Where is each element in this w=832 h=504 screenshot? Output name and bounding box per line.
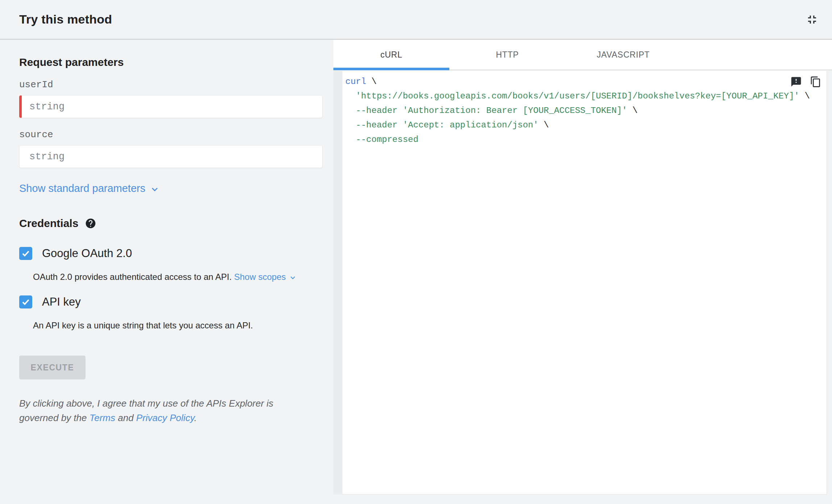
code-sample-panel: cURL HTTP JAVASCRIPT curl \ 'https://boo… bbox=[333, 40, 832, 504]
tab-curl-label: cURL bbox=[380, 50, 403, 60]
oauth-description-text: OAuth 2.0 provides authenticated access … bbox=[33, 272, 234, 282]
panel-gutter bbox=[333, 71, 342, 495]
fullscreen-exit-icon[interactable] bbox=[805, 13, 819, 26]
check-icon bbox=[21, 249, 30, 258]
tab-javascript[interactable]: JAVASCRIPT bbox=[565, 40, 681, 70]
code-command: curl bbox=[345, 77, 366, 87]
terms-text: By clicking above, I agree that my use o… bbox=[19, 396, 278, 425]
code-url-string: 'https://books.googleapis.com/books/v1/u… bbox=[345, 91, 799, 101]
apikey-label: API key bbox=[42, 295, 81, 308]
code-line: --header 'Accept: application/json' \ bbox=[345, 118, 827, 133]
code-block: curl \ 'https://books.googleapis.com/boo… bbox=[342, 71, 827, 495]
chevron-down-icon bbox=[289, 274, 297, 282]
terms-text-3: . bbox=[194, 412, 197, 423]
copy-icon[interactable] bbox=[810, 76, 821, 88]
show-scopes-link[interactable]: Show scopes bbox=[234, 272, 297, 282]
source-label: source bbox=[19, 129, 323, 140]
apikey-checkbox[interactable] bbox=[19, 295, 32, 308]
apikey-credential-row[interactable]: API key bbox=[19, 295, 323, 308]
request-parameters-heading: Request parameters bbox=[19, 56, 323, 68]
oauth-description: OAuth 2.0 provides authenticated access … bbox=[33, 272, 323, 282]
terms-link[interactable]: Terms bbox=[90, 412, 115, 423]
chevron-down-icon bbox=[150, 184, 160, 194]
code-line: 'https://books.googleapis.com/books/v1/u… bbox=[345, 89, 827, 104]
code-actions bbox=[790, 76, 821, 88]
code-continuation: \ bbox=[799, 91, 810, 101]
oauth-credential-row[interactable]: Google OAuth 2.0 bbox=[19, 247, 323, 260]
request-panel: Request parameters userId source Show st… bbox=[0, 40, 333, 504]
execute-button[interactable]: EXECUTE bbox=[19, 356, 86, 379]
code-line: --compressed bbox=[345, 133, 827, 147]
privacy-policy-link[interactable]: Privacy Policy bbox=[136, 412, 194, 423]
tab-http-label: HTTP bbox=[496, 50, 519, 60]
code-compressed-flag: --compressed bbox=[345, 135, 419, 144]
show-standard-parameters-link[interactable]: Show standard parameters bbox=[19, 182, 160, 194]
source-input[interactable] bbox=[19, 145, 323, 168]
check-icon bbox=[21, 297, 30, 307]
code-line: --header 'Authorization: Bearer [YOUR_AC… bbox=[345, 104, 827, 118]
code-continuation: \ bbox=[627, 106, 638, 116]
code-continuation: \ bbox=[538, 120, 549, 130]
feedback-icon[interactable] bbox=[790, 76, 802, 88]
show-scopes-label: Show scopes bbox=[234, 272, 286, 282]
code-auth-header: --header 'Authorization: Bearer [YOUR_AC… bbox=[345, 106, 627, 116]
oauth-label: Google OAuth 2.0 bbox=[42, 247, 132, 260]
terms-text-2: and bbox=[115, 412, 136, 423]
code-language-tabs: cURL HTTP JAVASCRIPT bbox=[333, 40, 832, 70]
credentials-heading: Credentials bbox=[19, 217, 78, 230]
tab-http[interactable]: HTTP bbox=[449, 40, 565, 70]
code-tab-content: curl \ 'https://books.googleapis.com/boo… bbox=[333, 71, 832, 504]
userid-input[interactable] bbox=[19, 95, 323, 118]
apikey-description: An API key is a unique string that lets … bbox=[33, 320, 323, 331]
code-continuation: \ bbox=[366, 77, 377, 87]
oauth-checkbox[interactable] bbox=[19, 247, 32, 260]
show-standard-parameters-label: Show standard parameters bbox=[19, 182, 145, 194]
tab-curl[interactable]: cURL bbox=[333, 40, 449, 70]
userid-label: userId bbox=[19, 79, 323, 90]
code-accept-header: --header 'Accept: application/json' bbox=[345, 120, 538, 130]
page-title: Try this method bbox=[19, 12, 112, 26]
dialog-header: Try this method bbox=[0, 0, 832, 40]
code-line: curl \ bbox=[345, 75, 827, 89]
help-icon[interactable] bbox=[85, 218, 96, 229]
tab-javascript-label: JAVASCRIPT bbox=[597, 50, 650, 60]
